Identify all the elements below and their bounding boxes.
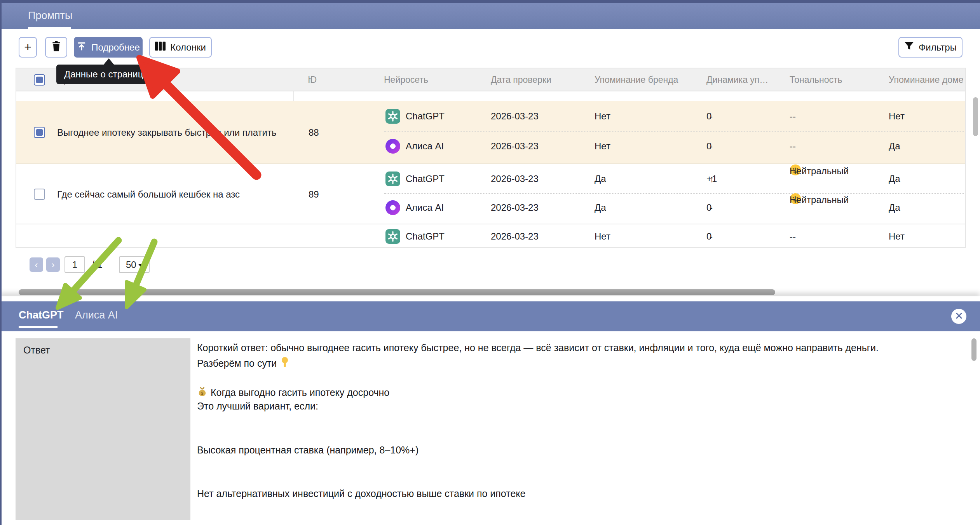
panel-top-edge <box>0 296 980 301</box>
date-cell: 2026-03-23 <box>491 231 539 242</box>
column-header-tone[interactable]: Тональность <box>790 68 842 91</box>
chevron-down-icon <box>138 264 144 268</box>
table-row-partial[interactable]: ChatGPT 2026-03-23 Нет 0- -- Нет <box>16 224 966 248</box>
brand-mention-cell: Нет <box>595 231 610 242</box>
subrow-chatgpt: ChatGPT 2026-03-23 Нет 0- -- Нет <box>16 101 966 132</box>
network-name: Алиса AI <box>406 141 444 152</box>
network-name: Алиса AI <box>406 202 444 213</box>
chevron-left-icon: ‹ <box>35 259 38 270</box>
answer-field-label-box: Ответ <box>16 338 190 520</box>
panel-vertical-scrollbar[interactable] <box>971 338 977 361</box>
column-header-dynamics[interactable]: Динамика уп… <box>706 68 768 91</box>
close-icon <box>955 312 963 321</box>
tone-cell: -- <box>790 141 796 152</box>
table-vertical-scrollbar[interactable] <box>973 97 978 136</box>
alice-ai-icon <box>385 200 400 215</box>
page-number-input[interactable]: 1 <box>65 256 85 273</box>
tab-prompts[interactable]: Промпты <box>28 3 72 29</box>
subrow-alice: Алиса AI 2026-03-23 Нет 0- -- Да <box>16 132 966 164</box>
panel-tab-active-underline <box>19 326 58 328</box>
brand-mention-cell: Да <box>595 173 606 184</box>
delete-button[interactable] <box>45 37 67 58</box>
previous-page-button[interactable]: ‹ <box>30 257 43 272</box>
app-window: Промпты + Подробнее Колонки <box>0 0 980 525</box>
columns-button[interactable]: Колонки <box>149 37 212 58</box>
prompts-table: Промпт ↑ ID Нейросеть Дата проверки Упом… <box>16 68 966 248</box>
chatgpt-icon <box>385 229 400 244</box>
detail-panel-tab-bar: ChatGPT Алиса AI <box>0 301 980 331</box>
answer-text-line: Короткий ответ: обычно выгоднее гасить и… <box>197 342 879 354</box>
chatgpt-icon <box>385 109 400 124</box>
next-page-button[interactable]: › <box>46 257 60 272</box>
money-bag-emoji: $ <box>197 386 208 399</box>
column-header-brand[interactable]: Упоминание бренда <box>595 68 678 91</box>
network-name: ChatGPT <box>406 173 445 184</box>
subrow-alice: Алиса AI 2026-03-23 Да 0- Нейтральный Да <box>16 194 966 224</box>
answer-text-line: Это лучший вариант, если: <box>197 401 318 412</box>
network-name: ChatGPT <box>406 111 445 122</box>
funnel-icon <box>904 42 914 53</box>
tone-cell: -- <box>790 231 796 242</box>
add-button[interactable]: + <box>19 37 37 58</box>
select-all-checkbox[interactable] <box>34 74 45 86</box>
alice-ai-icon <box>385 139 400 154</box>
tab-prompts-active-underline <box>28 27 71 29</box>
details-button-label: Подробнее <box>91 42 140 53</box>
answer-text-line: $ Когда выгодно гасить ипотеку досрочно <box>197 386 389 399</box>
tone-cell: -- <box>790 111 796 122</box>
page-size-select[interactable]: 50 <box>119 256 150 273</box>
subrow-chatgpt: ChatGPT 2026-03-23 Да +1↑ Нейтральный Да <box>16 164 966 194</box>
window-top-strip <box>0 0 980 3</box>
details-tooltip: Данные о странице <box>56 65 160 84</box>
pointing-down-emoji <box>280 357 290 370</box>
domain-mention-cell: Да <box>889 202 900 213</box>
domain-mention-cell: Да <box>889 141 900 152</box>
plus-icon: + <box>24 40 31 54</box>
answer-field-label: Ответ <box>23 345 50 356</box>
page-size-value: 50 <box>126 257 136 273</box>
subrow-chatgpt: ChatGPT 2026-03-23 Нет 0- -- Нет <box>16 224 966 248</box>
column-header-domain[interactable]: Упоминание доме <box>889 68 964 91</box>
domain-mention-cell: Нет <box>889 231 905 242</box>
window-left-edge <box>0 0 2 525</box>
horizontal-scrollbar[interactable] <box>19 289 775 295</box>
tooltip-caret <box>103 58 114 65</box>
date-cell: 2026-03-23 <box>491 202 539 213</box>
answer-text-line: Нет альтернативных инвестиций с доходнос… <box>197 488 525 499</box>
filters-button-label: Фильтры <box>919 42 957 53</box>
network-name: ChatGPT <box>406 231 445 242</box>
brand-mention-cell: Нет <box>595 141 610 152</box>
domain-mention-cell: Да <box>889 173 900 184</box>
page-total-label: / 1 <box>92 256 103 273</box>
up-arrow-to-bar-icon <box>77 41 87 54</box>
table-row[interactable]: Где сейчас самый большой кешбек на азс 8… <box>16 164 966 224</box>
domain-mention-cell: Нет <box>889 111 905 122</box>
date-cell: 2026-03-23 <box>491 173 539 184</box>
chatgpt-icon <box>385 172 400 186</box>
date-cell: 2026-03-23 <box>491 141 539 152</box>
answer-text-line: Высокая процентная ставка (например, 8–1… <box>197 444 419 456</box>
brand-mention-cell: Нет <box>595 111 610 122</box>
filters-button[interactable]: Фильтры <box>898 37 963 58</box>
details-button[interactable]: Подробнее <box>74 37 143 58</box>
trash-icon <box>51 41 61 54</box>
svg-text:$: $ <box>201 391 204 396</box>
answer-text-line: Разберём по сути <box>197 357 290 370</box>
chevron-right-icon: › <box>52 259 55 270</box>
top-navigation-bar: Промпты <box>0 3 980 29</box>
column-header-date[interactable]: Дата проверки <box>491 68 551 91</box>
panel-tab-alice[interactable]: Алиса AI <box>75 301 118 331</box>
date-cell: 2026-03-23 <box>491 111 539 122</box>
close-panel-button[interactable] <box>951 309 966 324</box>
columns-button-label: Колонки <box>170 42 206 53</box>
table-row[interactable]: Выгоднее ипотеку закрывать быстрее или п… <box>16 101 966 164</box>
column-header-network[interactable]: Нейросеть <box>384 68 428 91</box>
columns-icon <box>155 42 166 53</box>
brand-mention-cell: Да <box>595 202 606 213</box>
